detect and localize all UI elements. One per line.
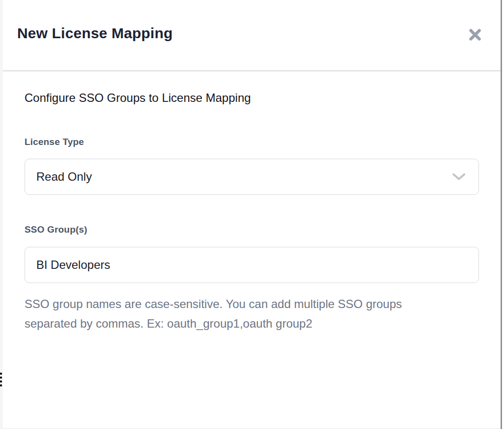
license-type-label: License Type: [25, 137, 84, 147]
new-license-mapping-modal: [3, 0, 501, 429]
sso-groups-help-text: SSO group names are case-sensitive. You …: [25, 294, 456, 334]
help-text-line-1: SSO group names are case-sensitive. You …: [25, 294, 456, 314]
chevron-down-icon: [452, 173, 466, 181]
help-text-line-2: separated by commas. Ex: oauth_group1,oa…: [25, 314, 456, 334]
close-icon: [467, 27, 483, 43]
sso-groups-label: SSO Group(s): [25, 224, 87, 235]
license-type-select[interactable]: Read Only: [25, 159, 479, 195]
sso-groups-input[interactable]: [25, 247, 479, 283]
background-page-strip: [0, 0, 2, 429]
modal-title: New License Mapping: [17, 25, 173, 42]
modal-subtitle: Configure SSO Groups to License Mapping: [25, 91, 251, 105]
header-divider: [3, 70, 501, 72]
window-edge: [501, 0, 502, 429]
license-type-selected-value: Read Only: [36, 170, 452, 184]
close-button[interactable]: [465, 24, 485, 45]
clipped-list-icon: [0, 373, 2, 386]
